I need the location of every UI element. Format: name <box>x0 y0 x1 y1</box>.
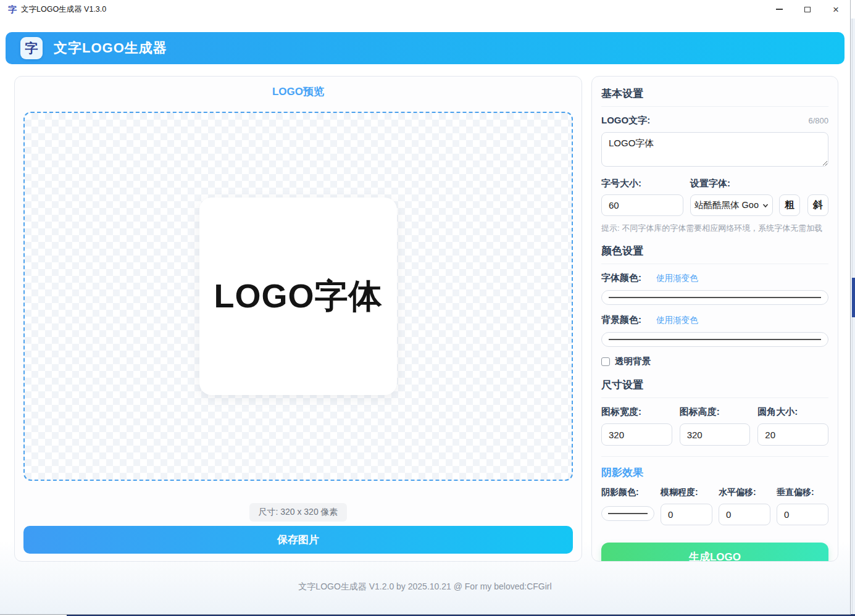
settings-panel: 基本设置 LOGO文字: 6/800 LOGO字体 字号大小: 设置字体 <box>591 76 838 562</box>
icon-height-input[interactable] <box>680 423 751 446</box>
bg-color-label: 背景颜色: <box>601 314 641 326</box>
icon-width-input[interactable] <box>601 423 672 446</box>
screen: 字 文字LOGO生成器 V1.3.0 × 字 文字LOGO生成器 LOGO预览 <box>0 0 855 616</box>
bold-button[interactable]: 粗 <box>779 194 800 216</box>
preview-title: LOGO预览 <box>15 85 582 99</box>
font-size-label: 字号大小: <box>601 178 641 188</box>
save-image-button[interactable]: 保存图片 <box>23 526 573 554</box>
app-icon: 字 <box>8 5 17 14</box>
shadow-settings-grid: 阴影颜色: 模糊程度: 水平偏移: 垂直偏移: <box>601 486 828 525</box>
icon-height-cell: 图标高度: <box>680 406 751 446</box>
divider <box>601 106 828 107</box>
bg-gradient-link[interactable]: 使用渐变色 <box>656 315 698 326</box>
font-color-label-row: 字体颜色: 使用渐变色 <box>601 272 828 284</box>
app-logo-icon: 字 <box>20 37 43 59</box>
window-controls: × <box>765 0 850 19</box>
shadow-blur-input[interactable] <box>661 504 712 525</box>
corner-radius-label: 圆角大小: <box>757 406 798 417</box>
size-badge-row: 尺寸: 320 x 320 像素 <box>15 503 582 522</box>
close-icon: × <box>833 4 839 15</box>
corner-radius-cell: 圆角大小: <box>757 406 828 446</box>
background-scrollbar-thumb <box>852 278 855 317</box>
icon-height-label: 图标高度: <box>680 406 720 417</box>
minimize-icon <box>776 9 783 10</box>
minimize-button[interactable] <box>765 0 793 19</box>
font-color-label: 字体颜色: <box>601 272 641 284</box>
shadow-offset-y-cell: 垂直偏移: <box>777 486 828 525</box>
main-content: LOGO预览 LOGO字体 尺寸: 320 x 320 像素 保存图片 基本设置… <box>0 64 850 562</box>
font-family-column: 设置字体: 站酷酷黑体 Goo 粗 斜 <box>690 178 828 216</box>
shadow-blur-cell: 模糊程度: <box>661 486 712 525</box>
app-header-title: 文字LOGO生成器 <box>54 39 167 57</box>
window-title: 文字LOGO生成器 V1.3.0 <box>21 4 106 15</box>
app-header: 字 文字LOGO生成器 <box>6 32 845 64</box>
titlebar: 字 文字LOGO生成器 V1.3.0 × <box>0 0 850 19</box>
close-button[interactable]: × <box>822 0 850 19</box>
char-counter: 6/800 <box>808 116 828 125</box>
bg-color-label-row: 背景颜色: 使用渐变色 <box>601 314 828 326</box>
bg-color-input[interactable] <box>601 332 828 347</box>
shadow-settings-heading: 阴影效果 <box>601 465 828 480</box>
background-window-edge <box>850 19 855 614</box>
shadow-color-cell: 阴影颜色: <box>601 486 654 525</box>
logo-text-label-row: LOGO文字: 6/800 <box>601 115 828 127</box>
font-family-select[interactable]: 站酷酷黑体 Goo <box>690 194 773 216</box>
shadow-offset-y-input[interactable] <box>777 504 828 525</box>
corner-radius-input[interactable] <box>757 423 828 446</box>
divider <box>601 264 828 264</box>
maximize-button[interactable] <box>793 0 822 19</box>
logo-text-input[interactable]: LOGO字体 <box>601 132 828 167</box>
size-settings-grid: 图标宽度: 图标高度: 圆角大小: <box>601 406 828 446</box>
font-size-control <box>601 194 683 216</box>
shadow-blur-label: 模糊程度: <box>661 487 698 497</box>
divider <box>601 397 828 398</box>
shadow-offset-y-label: 垂直偏移: <box>777 487 814 497</box>
font-color-input[interactable] <box>601 290 828 305</box>
font-family-controls: 站酷酷黑体 Goo 粗 斜 <box>690 194 828 216</box>
basic-settings-heading: 基本设置 <box>601 86 828 101</box>
shadow-offset-x-cell: 水平偏移: <box>719 486 770 525</box>
app-logo-glyph: 字 <box>25 40 38 57</box>
font-family-selected-value: 站酷酷黑体 Goo <box>694 199 759 211</box>
font-hint-text: 提示: 不同字体库的字体需要相应网络环境，系统字体无需加载 <box>601 223 828 234</box>
size-badge: 尺寸: 320 x 320 像素 <box>249 503 346 522</box>
shadow-offset-x-input[interactable] <box>719 504 770 525</box>
preview-canvas-area: LOGO字体 <box>23 112 573 481</box>
font-size-input[interactable] <box>601 194 683 216</box>
divider <box>601 456 828 457</box>
maximize-icon <box>804 7 811 12</box>
font-family-label: 设置字体: <box>690 178 730 188</box>
bg-color-swatch-line <box>609 339 821 340</box>
shadow-color-input[interactable] <box>601 506 654 521</box>
font-color-swatch-line <box>609 297 821 298</box>
logo-text-label: LOGO文字: <box>601 115 650 127</box>
transparent-bg-label: 透明背景 <box>615 356 651 367</box>
shadow-color-swatch-line <box>608 513 648 514</box>
transparent-bg-row: 透明背景 <box>601 356 828 367</box>
color-settings-heading: 颜色设置 <box>601 244 828 258</box>
app-window: 字 文字LOGO生成器 V1.3.0 × 字 文字LOGO生成器 LOGO预览 <box>0 0 851 615</box>
transparent-bg-checkbox[interactable] <box>601 357 610 366</box>
font-settings-row: 字号大小: 设置字体: 站酷酷黑体 Goo <box>601 178 828 216</box>
generate-logo-button[interactable]: 生成LOGO <box>601 543 828 562</box>
size-settings-heading: 尺寸设置 <box>601 378 828 392</box>
icon-width-label: 图标宽度: <box>601 406 641 417</box>
icon-width-cell: 图标宽度: <box>601 406 672 446</box>
logo-preview-card: LOGO字体 <box>199 198 397 395</box>
logo-preview-text: LOGO字体 <box>214 274 383 319</box>
chevron-down-icon <box>762 202 769 209</box>
shadow-offset-x-label: 水平偏移: <box>719 487 756 497</box>
font-gradient-link[interactable]: 使用渐变色 <box>656 273 698 284</box>
italic-button[interactable]: 斜 <box>807 194 828 216</box>
preview-panel: LOGO预览 LOGO字体 尺寸: 320 x 320 像素 保存图片 <box>14 76 582 562</box>
shadow-color-label: 阴影颜色: <box>601 487 639 497</box>
footer-text: 文字LOGO生成器 V1.2.0 by 2025.10.21 @ For my … <box>0 581 850 593</box>
font-size-column: 字号大小: <box>601 178 683 216</box>
